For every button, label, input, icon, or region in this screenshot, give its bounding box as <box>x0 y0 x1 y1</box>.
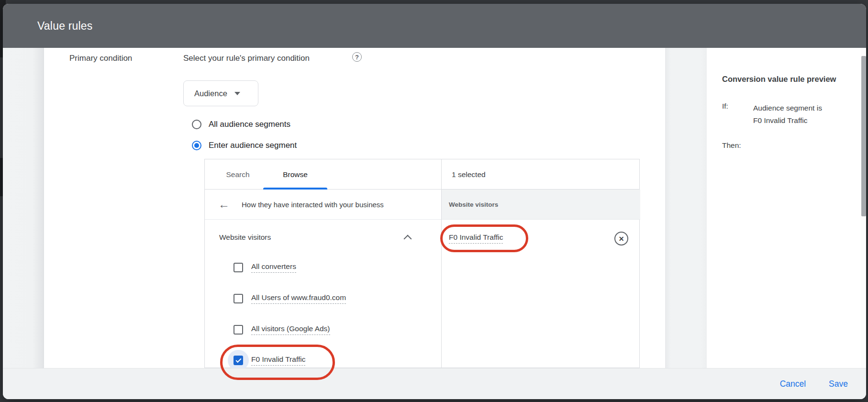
dialog-header: Value rules <box>3 4 866 48</box>
item-label[interactable]: All converters <box>251 262 296 273</box>
primary-condition-label: Primary condition <box>69 54 132 63</box>
checkbox-icon[interactable] <box>234 263 243 272</box>
checkbox-checked-icon[interactable] <box>234 356 243 365</box>
radio-icon <box>192 120 201 129</box>
preview-if-label: If: <box>722 102 753 127</box>
radio-label: All audience segments <box>209 120 290 129</box>
dialog-left-margin <box>3 48 44 368</box>
conversion-value-rule-preview: Conversion value rule preview If: Audien… <box>707 48 865 368</box>
preview-if-value: Audience segment is F0 Invalid Traffic <box>753 102 822 127</box>
selected-count: 1 selected <box>452 159 486 190</box>
radio-selected-icon <box>192 141 201 150</box>
preview-if-row: If: Audience segment is F0 Invalid Traff… <box>722 102 822 127</box>
group-website-visitors[interactable]: Website visitors <box>205 223 441 252</box>
selected-group-header: Website visitors <box>449 201 498 208</box>
x-glyph: ✕ <box>619 235 624 243</box>
radio-all-audience-segments[interactable]: All audience segments <box>192 115 290 134</box>
checkbox-item-f0-invalid-traffic[interactable]: F0 Invalid Traffic <box>234 351 305 370</box>
preview-then-label: Then: <box>722 141 741 150</box>
tab-browse[interactable]: Browse <box>263 159 327 190</box>
section-heading: Select your rule's primary condition <box>183 54 310 63</box>
checkbox-item-all-visitors-google-ads[interactable]: All visitors (Google Ads) <box>234 320 330 339</box>
scrollbar-track[interactable] <box>861 48 866 368</box>
item-label[interactable]: F0 Invalid Traffic <box>251 355 305 366</box>
scrollbar-thumb[interactable] <box>861 56 866 216</box>
checkbox-icon[interactable] <box>234 325 243 335</box>
group-label: Website visitors <box>219 233 271 242</box>
checkbox-item-all-converters[interactable]: All converters <box>234 258 296 277</box>
checkmark-icon <box>235 357 241 362</box>
item-label[interactable]: All Users of www.fraud0.com <box>251 293 346 304</box>
picker-tabs-row: Search Browse <box>205 159 639 190</box>
condition-type-dropdown[interactable]: Audience <box>183 80 258 106</box>
chevron-up-icon[interactable] <box>404 235 412 243</box>
checkbox-item-all-users-fraud0[interactable]: All Users of www.fraud0.com <box>234 289 346 308</box>
back-arrow-icon[interactable]: ← <box>218 199 230 210</box>
selected-group-header-row: Website visitors <box>442 190 640 220</box>
dialog-footer: Cancel Save <box>3 368 866 399</box>
tab-search[interactable]: Search <box>212 159 263 190</box>
value-rules-dialog: Value rules Primary condition Select you… <box>3 4 866 399</box>
condition-type-value: Audience <box>194 89 227 98</box>
audience-picker-panel: Search Browse 1 selected ← How they have… <box>204 159 640 368</box>
radio-label: Enter audience segment <box>209 141 297 150</box>
browse-breadcrumb-row: ← How they have interacted with your bus… <box>205 190 441 220</box>
cancel-button[interactable]: Cancel <box>780 379 806 389</box>
save-button[interactable]: Save <box>829 379 848 389</box>
selected-item-f0-invalid-traffic: F0 Invalid Traffic <box>449 229 503 248</box>
radio-enter-audience-segment[interactable]: Enter audience segment <box>192 136 297 155</box>
checkbox-icon[interactable] <box>234 294 243 303</box>
breadcrumb-label: How they have interacted with your busin… <box>242 201 384 209</box>
help-icon[interactable]: ? <box>352 52 362 62</box>
primary-condition-section: Primary condition Select your rule's pri… <box>44 48 665 368</box>
caret-down-icon <box>234 92 240 95</box>
selected-item-label[interactable]: F0 Invalid Traffic <box>449 233 503 244</box>
dialog-panel-gap <box>665 48 707 368</box>
item-label[interactable]: All visitors (Google Ads) <box>251 324 330 335</box>
preview-title: Conversion value rule preview <box>722 75 836 84</box>
dialog-title: Value rules <box>37 20 93 33</box>
question-mark-glyph: ? <box>355 54 359 61</box>
remove-selected-icon[interactable]: ✕ <box>614 232 628 246</box>
